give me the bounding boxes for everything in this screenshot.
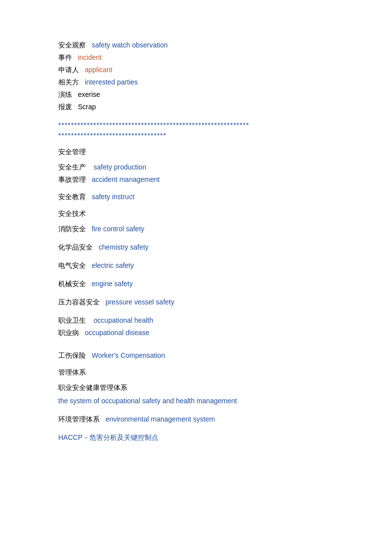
stars-line-2: ********************************** <box>58 130 334 141</box>
en-chem-safety: chemistry safety <box>99 243 149 251</box>
entry-pressure-safety: 压力容器安全 pressure vessel safety <box>58 297 334 308</box>
section-safety-tech: 安全技术 <box>58 210 334 218</box>
en-exercise: exerise <box>78 90 100 98</box>
zh-safety-production: 安全生产 <box>58 163 86 171</box>
en-safety-production: safety production <box>94 163 147 171</box>
zh-occ-sys: 职业安全健康管理体系 <box>58 384 127 391</box>
entry-worker-comp: 工伤保险 Worker's Compensation <box>58 350 334 361</box>
zh-incident: 事件 <box>58 53 72 61</box>
entry-accident-management: 事故管理 accident management <box>58 174 334 185</box>
zh-occ-disease: 职业病 <box>58 329 79 337</box>
en-mech-safety: engine safety <box>92 280 133 288</box>
en-occ-sys: the system of occupational safety and he… <box>58 397 237 405</box>
en-elec-safety: electric safety <box>92 261 134 269</box>
zh-interested-parties: 相关方 <box>58 78 79 86</box>
entry-incident: 事件 incident <box>58 52 334 63</box>
zh-accident-management: 事故管理 <box>58 175 86 183</box>
en-applicant: applicant <box>85 66 113 74</box>
entry-occ-sys-zh: 职业安全健康管理体系 <box>58 382 334 393</box>
entry-mech-safety: 机械安全 engine safety <box>58 278 334 290</box>
en-fire-safety: fire control safety <box>92 225 145 233</box>
entry-env-mgmt: 环境管理体系 environmental management system <box>58 414 334 425</box>
haccp-text: HACCP－危害分析及关键控制点 <box>58 433 158 441</box>
zh-occ-health: 职业卫生 <box>58 316 86 324</box>
safety-production-group: 安全生产 safety production 事故管理 accident man… <box>58 162 334 185</box>
entry-exercise: 演练 exerise <box>58 89 334 100</box>
en-env-mgmt: environmental management system <box>106 415 215 423</box>
entry-fire-safety: 消防安全 fire control safety <box>58 223 334 235</box>
en-safety-edu: safety instruct <box>92 193 134 201</box>
en-accident-management: accident management <box>92 175 160 183</box>
zh-applicant: 申请人 <box>58 66 79 74</box>
zh-env-mgmt: 环境管理体系 <box>58 415 100 423</box>
entry-haccp: HACCP－危害分析及关键控制点 <box>58 432 334 443</box>
entry-interested-parties: 相关方 interested parties <box>58 77 334 88</box>
entry-elec-safety: 电气安全 electric safety <box>58 260 334 271</box>
entry-applicant: 申请人 applicant <box>58 64 334 76</box>
zh-mech-safety: 机械安全 <box>58 280 86 288</box>
zh-fire-safety: 消防安全 <box>58 225 86 233</box>
entry-safety-watch: 安全观察 safety watch observation <box>58 40 334 51</box>
en-occ-health: occupational health <box>94 316 154 324</box>
entry-occ-sys-en: the system of occupational safety and he… <box>58 395 334 407</box>
zh-scrap: 报废 <box>58 103 72 111</box>
entry-occ-disease: 职业病 occupational disease <box>58 327 334 339</box>
occupational-group: 职业卫生 occupational health 职业病 occupationa… <box>58 315 334 339</box>
zh-chem-safety: 化学品安全 <box>58 243 93 251</box>
entry-occ-health: 职业卫生 occupational health <box>58 315 334 326</box>
zh-worker-comp: 工伤保险 <box>58 351 86 359</box>
zh-elec-safety: 电气安全 <box>58 261 86 269</box>
entry-safety-production: 安全生产 safety production <box>58 162 334 173</box>
entry-safety-edu: 安全教育 safety instruct <box>58 191 334 203</box>
stars-line-1: ****************************************… <box>58 120 334 130</box>
zh-safety-edu: 安全教育 <box>58 193 86 201</box>
en-scrap: Scrap <box>78 103 96 111</box>
en-worker-comp: Worker's Compensation <box>92 351 165 359</box>
en-pressure-safety: pressure vessel safety <box>106 298 174 306</box>
en-incident: incident <box>78 53 102 61</box>
zh-safety-watch: 安全观察 <box>58 41 86 49</box>
zh-pressure-safety: 压力容器安全 <box>58 298 100 306</box>
stars-block: ****************************************… <box>58 120 334 141</box>
zh-exercise: 演练 <box>58 90 72 98</box>
en-interested-parties: interested parties <box>85 78 138 86</box>
en-occ-disease: occupational disease <box>85 329 150 337</box>
entry-chem-safety: 化学品安全 chemistry safety <box>58 242 334 253</box>
section-management-system: 管理体系 <box>58 368 334 377</box>
en-safety-watch: safety watch observation <box>92 41 168 49</box>
section-safety-management: 安全管理 <box>58 148 334 157</box>
entry-scrap: 报废 Scrap <box>58 101 334 113</box>
